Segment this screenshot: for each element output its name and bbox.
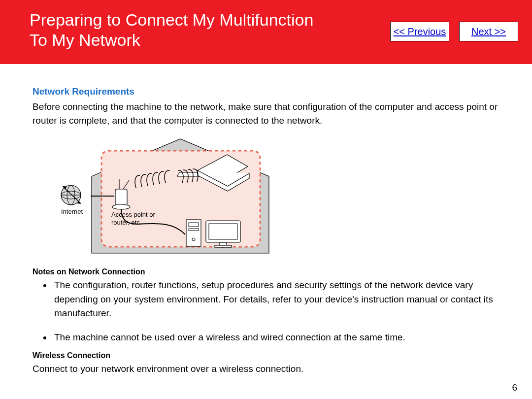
nav-buttons: << Previous Next >> <box>390 22 518 41</box>
wireless-text: Connect to your network environment over… <box>33 362 502 376</box>
svg-rect-13 <box>215 245 232 247</box>
previous-link[interactable]: << Previous <box>394 26 446 37</box>
list-item: The configuration, router functions, set… <box>52 278 502 321</box>
svg-rect-12 <box>220 242 227 245</box>
header-bar: Preparing to Connect My Multifunction To… <box>0 0 532 64</box>
content-area: Network Requirements Before connecting t… <box>0 64 532 376</box>
svg-rect-7 <box>189 223 199 227</box>
section-heading: Network Requirements <box>33 86 502 97</box>
wireless-heading: Wireless Connection <box>33 351 502 360</box>
notes-heading: Notes on Network Connection <box>33 267 502 276</box>
title-line-1: Preparing to Connect My Multifunction <box>30 10 313 29</box>
notes-list: The configuration, router functions, set… <box>33 278 502 344</box>
network-diagram: Internet Access point or router, etc. <box>33 136 502 262</box>
page: Preparing to Connect My Multifunction To… <box>0 0 532 399</box>
page-number: 6 <box>512 382 517 393</box>
list-item: The machine cannot be used over a wirele… <box>52 331 502 345</box>
svg-point-3 <box>112 204 130 209</box>
next-link[interactable]: Next >> <box>471 26 506 37</box>
network-diagram-svg: Internet Access point or router, etc. <box>33 136 294 262</box>
desktop-icon <box>186 220 201 246</box>
svg-rect-2 <box>115 189 127 206</box>
svg-point-9 <box>192 238 195 241</box>
svg-rect-8 <box>189 229 199 231</box>
previous-button[interactable]: << Previous <box>390 22 449 41</box>
ap-label-line1: Access point or <box>111 211 156 218</box>
title-line-2: To My Network <box>30 31 140 49</box>
ap-label-line2: router, etc. <box>111 219 141 226</box>
next-button[interactable]: Next >> <box>459 22 518 41</box>
svg-rect-11 <box>209 224 237 239</box>
internet-label: Internet <box>61 208 83 215</box>
intro-text: Before connecting the machine to the net… <box>33 100 502 127</box>
